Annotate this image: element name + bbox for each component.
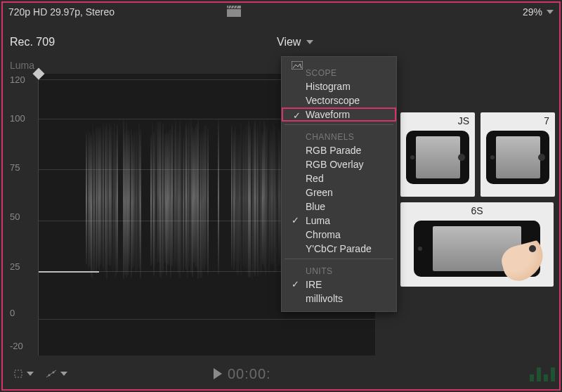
svg-line-8 [46,370,56,377]
dropdown-section-header: UNITS [282,263,396,277]
phone-mockup-icon [414,221,540,277]
color-tool-button[interactable] [39,366,73,381]
dropdown-item-ire[interactable]: ✓IRE [282,277,396,292]
dropdown-item-histogram[interactable]: Histogram [282,79,396,93]
colorspace-label[interactable]: Rec. 709 [10,36,55,48]
svg-point-10 [53,372,55,374]
bottom-toolbar: 00:00: [7,360,555,388]
check-icon: ✓ [292,215,299,226]
dropdown-item-label: Blue [306,201,325,212]
y-tick: 50 [10,211,20,222]
dropdown-item-label: Y'CbCr Parade [306,243,372,254]
dropdown-item-vectorscope[interactable]: Vectorscope [282,93,396,107]
chevron-down-icon [60,372,67,376]
dropdown-item-chroma[interactable]: Chroma [282,228,396,242]
y-tick: 100 [10,112,25,123]
phone-mockup-icon [486,131,549,184]
dropdown-item-label: Chroma [306,229,341,240]
view-label: View [277,36,301,48]
dropdown-item-green[interactable]: Green [282,185,396,200]
dropdown-item-rgb-parade[interactable]: RGB Parade [282,143,396,157]
chevron-down-icon [306,40,313,44]
top-bar: 720p HD 29.97p, Stereo 29% [8,4,554,20]
dropdown-item-y-cbcr-parade[interactable]: Y'CbCr Parade [282,242,396,256]
second-bar: Rec. 709 View [10,34,552,51]
thumbnail[interactable]: 7 [481,112,555,197]
thumbnail[interactable]: 6S [400,202,554,287]
meter-bar [544,374,548,381]
view-menu-button[interactable]: View [277,36,313,48]
thumb-label: 7 [481,112,555,126]
dropdown-item-label: Luma [306,215,330,226]
dropdown-item-label: Vectorscope [306,95,360,106]
view-dropdown: SCOPEHistogramVectorscope✓WaveformCHANNE… [281,56,397,312]
dropdown-item-waveform[interactable]: ✓Waveform [282,107,396,122]
timecode-display: 00:00: [228,366,271,382]
y-tick: 75 [10,162,20,172]
y-tick: 0 [10,308,15,318]
dropdown-item-blue[interactable]: Blue [282,200,396,214]
play-button[interactable] [214,368,222,379]
chevron-down-icon [27,372,34,376]
chevron-down-icon [547,10,554,14]
zoom-display[interactable]: 29% [523,6,554,18]
audio-meter [530,366,555,381]
separator [285,124,393,125]
transport-controls: 00:00: [214,366,271,382]
zoom-value: 29% [523,6,542,18]
y-tick: -20 [10,341,23,351]
y-tick: 25 [10,261,20,271]
svg-rect-7 [15,370,22,377]
crop-tool-button[interactable] [7,365,39,382]
dropdown-item-label: RGB Overlay [306,159,363,170]
scope-title: Luma [10,60,34,71]
image-icon[interactable] [292,61,303,72]
y-axis-labels: 120 100 75 50 25 0 -20 [10,74,35,348]
dropdown-item-rgb-overlay[interactable]: RGB Overlay [282,157,396,171]
clapper-icon[interactable] [227,6,241,19]
dropdown-item-label: IRE [306,279,322,290]
meter-bar [551,367,555,381]
dropdown-item-millivolts[interactable]: millivolts [282,292,396,306]
thumb-label: JS [400,112,475,126]
svg-point-9 [48,374,51,377]
phone-mockup-icon [406,131,469,184]
y-tick: 120 [10,74,25,84]
dropdown-item-label: Waveform [306,109,350,120]
dropdown-item-label: millivolts [306,293,343,304]
dropdown-item-luma[interactable]: ✓Luma [282,214,396,228]
dropdown-item-red[interactable]: Red [282,171,396,185]
meter-bar [530,374,534,381]
svg-rect-0 [227,9,241,17]
format-label: 720p HD 29.97p, Stereo [8,6,115,18]
thumb-label: 6S [400,202,554,216]
dropdown-item-label: Green [306,187,333,198]
check-icon: ✓ [292,279,299,289]
separator [285,259,393,259]
thumbnail[interactable]: JS [400,112,475,197]
meter-bar [537,367,541,381]
thumbnail-strip: JS 7 6S [400,112,555,287]
check-icon: ✓ [293,110,301,121]
dropdown-item-label: RGB Parade [306,145,361,156]
dropdown-item-label: Histogram [306,81,351,92]
dropdown-section-header: CHANNELS [282,129,396,143]
dropdown-item-label: Red [306,173,324,184]
